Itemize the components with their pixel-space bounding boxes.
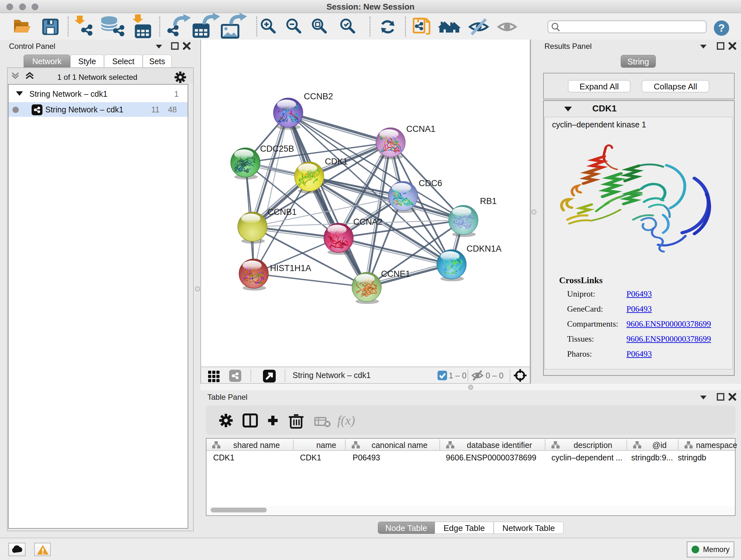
svg-text:CCNB2: CCNB2 [304, 91, 333, 101]
svg-text:CCNA1: CCNA1 [406, 124, 435, 134]
svg-text:f(x): f(x) [337, 413, 355, 428]
svg-text:?: ? [718, 22, 725, 34]
svg-text:CCNA2: CCNA2 [353, 217, 383, 227]
svg-text:HIST1H1A: HIST1H1A [270, 263, 311, 273]
svg-text:CDC25B: CDC25B [260, 144, 294, 153]
svg-text:RB1: RB1 [480, 196, 497, 206]
svg-text:CDC6: CDC6 [419, 179, 442, 188]
svg-text:CCNE1: CCNE1 [381, 269, 410, 279]
svg-text:CCNB1: CCNB1 [267, 207, 297, 217]
svg-text:CDK1: CDK1 [325, 157, 348, 166]
svg-text:CDKN1A: CDKN1A [467, 244, 502, 253]
